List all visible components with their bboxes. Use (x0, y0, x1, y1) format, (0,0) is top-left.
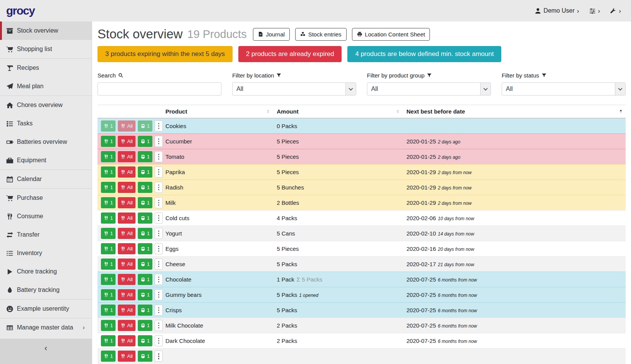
consume-all-button[interactable]: All (118, 320, 135, 331)
row-menu-button[interactable] (155, 335, 163, 346)
open-one-button[interactable]: 1 (138, 197, 152, 208)
journal-button[interactable]: Journal (253, 28, 290, 41)
sidebar-item-transfer[interactable]: Transfer (0, 226, 92, 244)
product-group-select[interactable]: All (367, 82, 491, 96)
row-menu-button[interactable] (155, 136, 163, 147)
stock-entries-button[interactable]: Stock entries (295, 28, 347, 41)
open-one-button[interactable]: 1 (138, 335, 152, 346)
consume-all-button[interactable]: All (118, 197, 135, 208)
product-column-header[interactable]: Product (165, 105, 277, 119)
sort-icon[interactable] (395, 108, 400, 115)
consume-one-button[interactable]: 1 (101, 305, 116, 316)
sidebar-item-calendar[interactable]: Calendar (0, 170, 92, 188)
open-one-button[interactable]: 1 (138, 274, 152, 285)
sidebar-item-chore-tracking[interactable]: Chore tracking (0, 262, 92, 281)
consume-all-button[interactable]: All (118, 182, 135, 193)
sidebar-item-consume[interactable]: Consume (0, 207, 92, 226)
sidebar-item-meal-plan[interactable]: Meal plan (0, 77, 92, 96)
consume-one-button[interactable]: 1 (101, 182, 116, 193)
sidebar-item-batteries-overview[interactable]: Batteries overview (0, 133, 92, 151)
sidebar-item-chores-overview[interactable]: Chores overview (0, 96, 92, 114)
admin-menu[interactable]: › (610, 8, 621, 14)
sidebar-item-battery-tracking[interactable]: Battery tracking (0, 281, 92, 299)
sort-icon-active[interactable] (618, 108, 623, 115)
consume-one-button[interactable]: 1 (101, 166, 116, 178)
row-menu-button[interactable] (155, 228, 163, 239)
consume-one-button[interactable]: 1 (101, 151, 116, 162)
consume-all-button[interactable]: All (118, 351, 135, 362)
consume-all-button[interactable]: All (118, 259, 135, 270)
consume-all-button[interactable]: All (118, 243, 135, 254)
consume-all-button[interactable]: All (118, 212, 135, 224)
open-one-button[interactable]: 1 (138, 243, 152, 254)
open-one-button[interactable]: 1 (138, 305, 152, 316)
row-menu-button[interactable] (155, 274, 163, 285)
consume-one-button[interactable]: 1 (101, 335, 116, 346)
app-logo[interactable]: grocy (6, 4, 35, 17)
open-one-button[interactable]: 1 (138, 320, 152, 331)
sidebar-item-purchase[interactable]: Purchase (0, 189, 92, 207)
sidebar-item-stock-overview[interactable]: Stock overview (0, 21, 92, 40)
location-select[interactable]: All (232, 82, 356, 96)
alert-expired[interactable]: 2 products are already expired (238, 46, 342, 62)
sidebar-item-shopping-list[interactable]: Shopping list (0, 40, 92, 58)
consume-all-button[interactable]: All (118, 335, 135, 346)
location-content-sheet-button[interactable]: Location Content Sheet (352, 28, 430, 41)
open-one-button[interactable]: 1 (138, 166, 152, 178)
open-one-button[interactable]: 1 (138, 151, 152, 162)
settings-menu[interactable]: › (589, 8, 600, 14)
open-one-button[interactable]: 1 (138, 228, 152, 239)
sidebar-item-manage-master-data[interactable]: Manage master data› (0, 318, 92, 337)
open-one-button[interactable]: 1 (138, 259, 152, 270)
consume-one-button[interactable]: 1 (101, 274, 116, 285)
status-select[interactable]: All (502, 82, 626, 96)
amount-column-header[interactable]: Amount (277, 105, 406, 119)
consume-one-button[interactable]: 1 (101, 351, 116, 362)
consume-all-button[interactable]: All (118, 305, 135, 316)
sidebar-item-recipes[interactable]: Recipes (0, 59, 92, 77)
best-before-column-header[interactable]: Next best before date (406, 105, 626, 119)
row-menu-button[interactable] (155, 212, 163, 224)
consume-one-button[interactable]: 1 (101, 212, 116, 224)
sidebar-item-inventory[interactable]: Inventory (0, 244, 92, 262)
row-menu-button[interactable] (155, 197, 163, 208)
sort-icon[interactable] (266, 108, 271, 115)
row-menu-button[interactable] (155, 151, 163, 162)
sidebar-item-equipment[interactable]: Equipment (0, 151, 92, 170)
row-menu-button[interactable] (155, 182, 163, 193)
consume-one-button[interactable]: 1 (101, 120, 116, 132)
consume-one-button[interactable]: 1 (101, 289, 116, 300)
open-one-button[interactable]: 1 (138, 182, 152, 193)
sidebar-item-tasks[interactable]: Tasks (0, 114, 92, 133)
user-menu[interactable]: Demo User › (535, 7, 579, 14)
open-one-button[interactable]: 1 (138, 136, 152, 147)
consume-one-button[interactable]: 1 (101, 243, 116, 254)
row-menu-button[interactable] (155, 289, 163, 300)
search-input[interactable] (97, 82, 221, 96)
row-menu-button[interactable] (155, 166, 163, 178)
alert-below-min-stock[interactable]: 4 products are below defined min. stock … (347, 46, 501, 62)
consume-all-button[interactable]: All (118, 120, 135, 132)
sidebar-item-example-userentity[interactable]: Example userentity (0, 300, 92, 318)
sidebar-collapse-button[interactable]: ‹ (0, 339, 92, 364)
row-menu-button[interactable] (155, 120, 163, 132)
consume-all-button[interactable]: All (118, 228, 135, 239)
row-menu-button[interactable] (155, 320, 163, 331)
consume-all-button[interactable]: All (118, 136, 135, 147)
row-menu-button[interactable] (155, 305, 163, 316)
consume-one-button[interactable]: 1 (101, 136, 116, 147)
open-one-button[interactable]: 1 (138, 289, 152, 300)
consume-one-button[interactable]: 1 (101, 228, 116, 239)
consume-all-button[interactable]: All (118, 289, 135, 300)
row-menu-button[interactable] (155, 259, 163, 270)
consume-all-button[interactable]: All (118, 166, 135, 178)
open-one-button[interactable]: 1 (138, 120, 152, 132)
consume-one-button[interactable]: 1 (101, 197, 116, 208)
open-one-button[interactable]: 1 (138, 212, 152, 224)
consume-one-button[interactable]: 1 (101, 259, 116, 270)
consume-all-button[interactable]: All (118, 274, 135, 285)
row-menu-button[interactable] (155, 351, 163, 362)
alert-expiring-soon[interactable]: 3 products expiring within the next 5 da… (97, 46, 233, 62)
consume-one-button[interactable]: 1 (101, 320, 116, 331)
row-menu-button[interactable] (155, 243, 163, 254)
